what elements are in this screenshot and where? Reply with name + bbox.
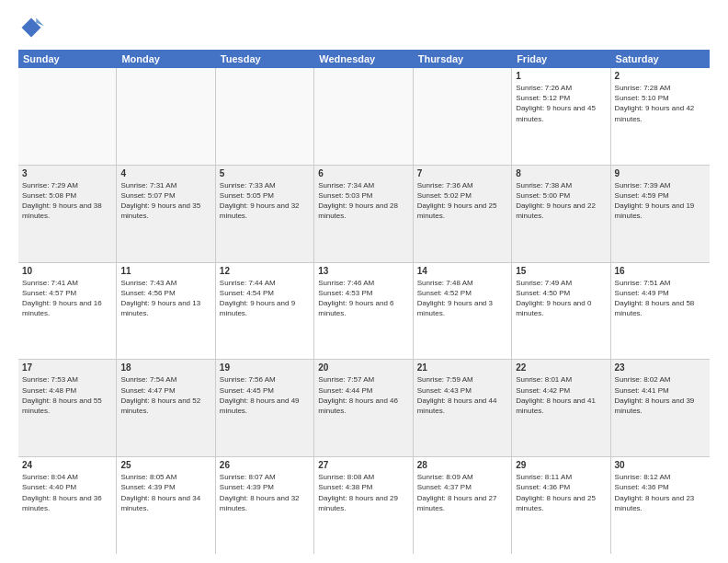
day-number: 6 bbox=[318, 168, 408, 178]
header-day: Thursday bbox=[414, 50, 512, 68]
day-info: Sunrise: 7:31 AM Sunset: 5:07 PM Dayligh… bbox=[120, 180, 210, 222]
logo bbox=[18, 15, 48, 40]
day-number: 17 bbox=[22, 362, 112, 373]
day-info: Sunrise: 7:43 AM Sunset: 4:56 PM Dayligh… bbox=[120, 278, 210, 319]
day-number: 16 bbox=[615, 266, 706, 276]
calendar-row: 3Sunrise: 7:29 AM Sunset: 5:08 PM Daylig… bbox=[18, 166, 710, 263]
day-number: 28 bbox=[417, 460, 507, 470]
day-number: 2 bbox=[615, 71, 706, 81]
day-info: Sunrise: 7:57 AM Sunset: 4:44 PM Dayligh… bbox=[318, 374, 408, 416]
day-number: 30 bbox=[615, 460, 706, 470]
day-info: Sunrise: 8:09 AM Sunset: 4:37 PM Dayligh… bbox=[417, 472, 507, 513]
calendar-cell: 20Sunrise: 7:57 AM Sunset: 4:44 PM Dayli… bbox=[314, 360, 413, 456]
day-number: 4 bbox=[120, 168, 210, 178]
calendar-cell: 22Sunrise: 8:01 AM Sunset: 4:42 PM Dayli… bbox=[512, 360, 610, 456]
day-number: 11 bbox=[120, 266, 210, 276]
day-number: 29 bbox=[516, 460, 606, 470]
header-day: Monday bbox=[117, 50, 215, 68]
day-info: Sunrise: 7:56 AM Sunset: 4:45 PM Dayligh… bbox=[220, 374, 310, 416]
day-info: Sunrise: 8:08 AM Sunset: 4:38 PM Dayligh… bbox=[318, 472, 408, 513]
calendar-cell: 4Sunrise: 7:31 AM Sunset: 5:07 PM Daylig… bbox=[117, 166, 215, 262]
day-info: Sunrise: 7:39 AM Sunset: 4:59 PM Dayligh… bbox=[615, 180, 706, 222]
day-info: Sunrise: 7:38 AM Sunset: 5:00 PM Dayligh… bbox=[516, 180, 606, 222]
calendar-cell: 2Sunrise: 7:28 AM Sunset: 5:10 PM Daylig… bbox=[611, 68, 710, 165]
calendar-cell: 9Sunrise: 7:39 AM Sunset: 4:59 PM Daylig… bbox=[611, 166, 710, 262]
calendar-cell: 26Sunrise: 8:07 AM Sunset: 4:39 PM Dayli… bbox=[216, 457, 314, 554]
calendar-cell: 18Sunrise: 7:54 AM Sunset: 4:47 PM Dayli… bbox=[117, 360, 215, 456]
calendar-cell: 21Sunrise: 7:59 AM Sunset: 4:43 PM Dayli… bbox=[414, 360, 512, 456]
calendar-cell bbox=[314, 68, 413, 165]
calendar: SundayMondayTuesdayWednesdayThursdayFrid… bbox=[18, 50, 710, 554]
calendar-cell: 8Sunrise: 7:38 AM Sunset: 5:00 PM Daylig… bbox=[512, 166, 610, 262]
calendar-cell: 12Sunrise: 7:44 AM Sunset: 4:54 PM Dayli… bbox=[216, 263, 314, 360]
day-info: Sunrise: 8:11 AM Sunset: 4:36 PM Dayligh… bbox=[516, 472, 606, 513]
calendar-cell: 28Sunrise: 8:09 AM Sunset: 4:37 PM Dayli… bbox=[414, 457, 512, 554]
calendar-cell: 13Sunrise: 7:46 AM Sunset: 4:53 PM Dayli… bbox=[314, 263, 413, 360]
day-number: 3 bbox=[22, 168, 112, 178]
day-info: Sunrise: 8:07 AM Sunset: 4:39 PM Dayligh… bbox=[220, 472, 310, 513]
day-number: 19 bbox=[220, 362, 310, 373]
day-number: 23 bbox=[615, 362, 706, 373]
calendar-cell bbox=[216, 68, 314, 165]
calendar-cell bbox=[117, 68, 215, 165]
day-number: 25 bbox=[120, 460, 210, 470]
calendar-cell: 7Sunrise: 7:36 AM Sunset: 5:02 PM Daylig… bbox=[414, 166, 512, 262]
calendar-row: 24Sunrise: 8:04 AM Sunset: 4:40 PM Dayli… bbox=[18, 457, 710, 554]
calendar-cell: 6Sunrise: 7:34 AM Sunset: 5:03 PM Daylig… bbox=[314, 166, 413, 262]
day-info: Sunrise: 7:29 AM Sunset: 5:08 PM Dayligh… bbox=[22, 180, 112, 222]
calendar-header: SundayMondayTuesdayWednesdayThursdayFrid… bbox=[18, 50, 710, 68]
day-info: Sunrise: 7:36 AM Sunset: 5:02 PM Dayligh… bbox=[417, 180, 507, 222]
calendar-cell: 10Sunrise: 7:41 AM Sunset: 4:57 PM Dayli… bbox=[18, 263, 117, 360]
calendar-row: 10Sunrise: 7:41 AM Sunset: 4:57 PM Dayli… bbox=[18, 263, 710, 361]
calendar-cell: 24Sunrise: 8:04 AM Sunset: 4:40 PM Dayli… bbox=[18, 457, 117, 554]
day-number: 22 bbox=[516, 362, 606, 373]
day-info: Sunrise: 7:26 AM Sunset: 5:12 PM Dayligh… bbox=[516, 83, 606, 124]
day-info: Sunrise: 7:28 AM Sunset: 5:10 PM Dayligh… bbox=[615, 83, 706, 124]
day-number: 10 bbox=[22, 266, 112, 276]
calendar-cell: 27Sunrise: 8:08 AM Sunset: 4:38 PM Dayli… bbox=[314, 457, 413, 554]
calendar-cell: 14Sunrise: 7:48 AM Sunset: 4:52 PM Dayli… bbox=[414, 263, 512, 360]
day-info: Sunrise: 7:49 AM Sunset: 4:50 PM Dayligh… bbox=[516, 278, 606, 319]
calendar-cell: 15Sunrise: 7:49 AM Sunset: 4:50 PM Dayli… bbox=[512, 263, 610, 360]
calendar-row: 1Sunrise: 7:26 AM Sunset: 5:12 PM Daylig… bbox=[18, 68, 710, 166]
day-number: 14 bbox=[417, 266, 507, 276]
day-number: 12 bbox=[220, 266, 310, 276]
calendar-cell: 29Sunrise: 8:11 AM Sunset: 4:36 PM Dayli… bbox=[512, 457, 610, 554]
calendar-cell bbox=[18, 68, 117, 165]
day-number: 1 bbox=[516, 71, 606, 81]
calendar-cell: 5Sunrise: 7:33 AM Sunset: 5:05 PM Daylig… bbox=[216, 166, 314, 262]
header bbox=[18, 15, 710, 40]
day-info: Sunrise: 8:02 AM Sunset: 4:41 PM Dayligh… bbox=[615, 374, 706, 416]
day-number: 21 bbox=[417, 362, 507, 373]
calendar-cell: 1Sunrise: 7:26 AM Sunset: 5:12 PM Daylig… bbox=[512, 68, 610, 165]
day-info: Sunrise: 7:59 AM Sunset: 4:43 PM Dayligh… bbox=[417, 374, 507, 416]
calendar-cell: 19Sunrise: 7:56 AM Sunset: 4:45 PM Dayli… bbox=[216, 360, 314, 456]
day-info: Sunrise: 7:54 AM Sunset: 4:47 PM Dayligh… bbox=[120, 374, 210, 416]
day-number: 5 bbox=[220, 168, 310, 178]
day-info: Sunrise: 7:34 AM Sunset: 5:03 PM Dayligh… bbox=[318, 180, 408, 222]
day-number: 8 bbox=[516, 168, 606, 178]
header-day: Tuesday bbox=[216, 50, 314, 68]
day-number: 24 bbox=[22, 460, 112, 470]
calendar-cell: 30Sunrise: 8:12 AM Sunset: 4:36 PM Dayli… bbox=[611, 457, 710, 554]
calendar-body: 1Sunrise: 7:26 AM Sunset: 5:12 PM Daylig… bbox=[18, 68, 710, 554]
day-number: 15 bbox=[516, 266, 606, 276]
day-number: 13 bbox=[318, 266, 408, 276]
day-number: 7 bbox=[417, 168, 507, 178]
day-info: Sunrise: 8:12 AM Sunset: 4:36 PM Dayligh… bbox=[615, 472, 706, 513]
header-day: Wednesday bbox=[314, 50, 413, 68]
calendar-cell: 25Sunrise: 8:05 AM Sunset: 4:39 PM Dayli… bbox=[117, 457, 215, 554]
day-info: Sunrise: 7:41 AM Sunset: 4:57 PM Dayligh… bbox=[22, 278, 112, 319]
day-number: 20 bbox=[318, 362, 408, 373]
header-day: Sunday bbox=[18, 50, 117, 68]
day-info: Sunrise: 7:53 AM Sunset: 4:48 PM Dayligh… bbox=[22, 374, 112, 416]
header-day: Friday bbox=[512, 50, 610, 68]
calendar-cell: 3Sunrise: 7:29 AM Sunset: 5:08 PM Daylig… bbox=[18, 166, 117, 262]
calendar-cell: 23Sunrise: 8:02 AM Sunset: 4:41 PM Dayli… bbox=[611, 360, 710, 456]
day-number: 26 bbox=[220, 460, 310, 470]
day-info: Sunrise: 7:46 AM Sunset: 4:53 PM Dayligh… bbox=[318, 278, 408, 319]
calendar-cell: 16Sunrise: 7:51 AM Sunset: 4:49 PM Dayli… bbox=[611, 263, 710, 360]
day-info: Sunrise: 8:04 AM Sunset: 4:40 PM Dayligh… bbox=[22, 472, 112, 513]
day-info: Sunrise: 7:33 AM Sunset: 5:05 PM Dayligh… bbox=[220, 180, 310, 222]
day-info: Sunrise: 7:51 AM Sunset: 4:49 PM Dayligh… bbox=[615, 278, 706, 319]
